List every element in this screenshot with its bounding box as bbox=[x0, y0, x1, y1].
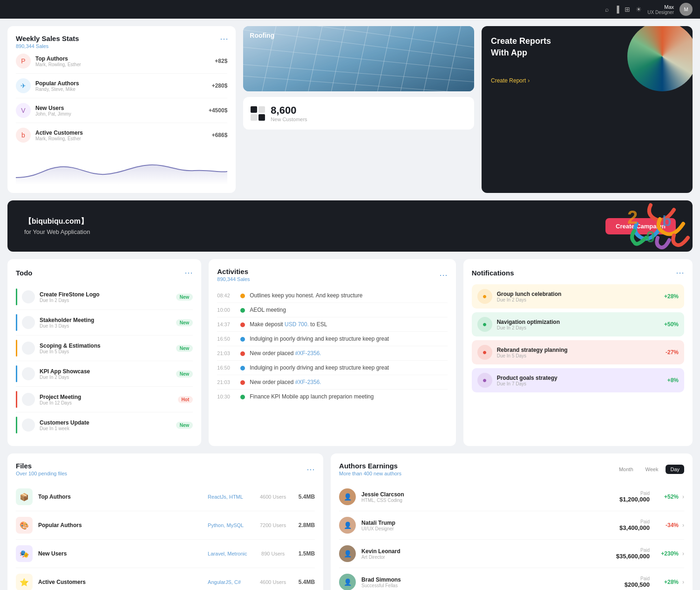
activity-link[interactable]: USD 700. bbox=[285, 321, 309, 328]
notifications-menu-dots[interactable]: ⋯ bbox=[676, 268, 684, 278]
todo-badge: New bbox=[176, 345, 193, 352]
stat-info: Top Authors Mark, Rowling, Esther bbox=[35, 55, 215, 67]
notification-info: Product goals strategy Due In 7 Days bbox=[497, 375, 667, 386]
stat-info: Active Customers Mark, Rowling, Esther bbox=[35, 130, 212, 141]
todo-title: Todo bbox=[16, 269, 33, 277]
author-earnings-col: Paid $1,200,000 bbox=[619, 491, 650, 503]
avatar[interactable]: M bbox=[680, 3, 693, 16]
notification-info: Rebrand strategy planning Due In 5 Days bbox=[497, 347, 666, 358]
todo-menu-dots[interactable]: ⋯ bbox=[184, 268, 193, 278]
stat-sub: Mark, Rowling, Esther bbox=[35, 62, 215, 67]
stat-value: +82$ bbox=[215, 58, 227, 64]
battery-icon: ▐ bbox=[614, 6, 619, 13]
svg-text:0: 0 bbox=[646, 227, 655, 246]
activity-time: 10:00 bbox=[217, 307, 236, 313]
activity-dot bbox=[240, 351, 245, 356]
notification-name: Rebrand strategy planning bbox=[497, 347, 666, 353]
activity-time: 21:03 bbox=[217, 350, 236, 356]
activity-text: New order placed #XF-2356. bbox=[250, 350, 447, 357]
todo-due: Due In 2 Days bbox=[40, 375, 176, 380]
files-menu-dots[interactable]: ⋯ bbox=[306, 464, 315, 474]
earnings-tab-day[interactable]: Day bbox=[666, 465, 684, 474]
notification-value: -27% bbox=[666, 349, 679, 356]
svg-text:b: b bbox=[662, 213, 672, 229]
activity-row: 10:00 AEOL meeting bbox=[217, 303, 447, 317]
stat-value: +4500$ bbox=[209, 107, 227, 114]
chevron-right-icon[interactable]: › bbox=[682, 522, 684, 528]
notification-icon: ● bbox=[477, 345, 492, 360]
activity-time: 08:42 bbox=[217, 293, 236, 298]
campaign-text: 【biqubiqu.com】 for Your Web Application bbox=[24, 217, 90, 235]
file-name: New Users bbox=[38, 550, 208, 557]
paid-label: Paid bbox=[619, 491, 650, 496]
earnings-tab-week[interactable]: Week bbox=[641, 465, 663, 474]
todo-info: Project Meeting Due In 12 Days bbox=[40, 394, 178, 405]
earnings-tab-month[interactable]: Month bbox=[614, 465, 638, 474]
files-subtitle: Over 100 pending files bbox=[16, 471, 67, 476]
activities-title: Activities bbox=[217, 268, 250, 275]
topbar: ⌕ ▐ ⊞ ☀ Max UX Designer M bbox=[0, 0, 700, 19]
file-name: Active Customers bbox=[38, 579, 208, 585]
todo-badge: Hot bbox=[178, 396, 193, 403]
notification-item: ● Navigation optimization Due In 2 Days … bbox=[472, 312, 684, 336]
author-info: Kevin Leonard Art Director bbox=[361, 548, 616, 560]
notification-due: Due In 2 Days bbox=[497, 325, 664, 330]
notification-icon: ● bbox=[477, 373, 492, 388]
activity-time: 14:37 bbox=[217, 322, 236, 327]
activity-text: Finance KPI Mobile app launch preparion … bbox=[250, 393, 447, 400]
sq4 bbox=[258, 114, 265, 121]
card-title: Weekly Sales Stats bbox=[16, 34, 227, 42]
file-row: ⭐ Active Customers AngularJS, C# 4600 Us… bbox=[16, 568, 315, 590]
campaign-title: 【biqubiqu.com】 bbox=[24, 217, 90, 226]
file-name: Top Authors bbox=[38, 494, 208, 500]
activity-link[interactable]: #XF-2356. bbox=[295, 350, 321, 357]
author-amount: $35,600,000 bbox=[616, 553, 650, 560]
chevron-right-icon[interactable]: › bbox=[682, 550, 684, 557]
notification-name: Navigation optimization bbox=[497, 319, 664, 325]
activities-menu-dots[interactable]: ⋯ bbox=[439, 270, 448, 280]
file-size: 5.4MB bbox=[292, 579, 315, 585]
todo-item: KPI App Showcase Due In 2 Days New bbox=[16, 361, 193, 387]
chevron-right-icon[interactable]: › bbox=[682, 579, 684, 585]
author-earnings-col: Paid $3,400,000 bbox=[619, 519, 650, 531]
author-avatar: 👤 bbox=[339, 488, 356, 505]
file-row: 📦 Top Authors ReactJs, HTML 4600 Users 5… bbox=[16, 483, 315, 511]
file-icon: 🎨 bbox=[16, 517, 33, 534]
search-icon[interactable]: ⌕ bbox=[605, 6, 609, 13]
notification-value: +8% bbox=[667, 377, 679, 384]
reports-card: Create ReportsWith App Create Report › bbox=[482, 26, 693, 193]
settings-icon[interactable]: ☀ bbox=[636, 6, 642, 13]
swirl-decoration: 2 0 b bbox=[544, 200, 693, 252]
author-amount: $1,200,000 bbox=[619, 496, 650, 503]
notifications-title: Notifications bbox=[472, 269, 514, 277]
apps-icon[interactable]: ⊞ bbox=[625, 6, 630, 13]
todo-due: Due In 2 Days bbox=[40, 298, 176, 303]
activity-link[interactable]: #XF-2356. bbox=[295, 379, 321, 385]
todo-badge: New bbox=[176, 319, 193, 326]
todo-info: Stakeholder Meeting Due In 3 Days bbox=[40, 317, 176, 329]
todo-name: Project Meeting bbox=[40, 394, 178, 400]
stat-row: ✈ Popular Authors Randy, Steve, Mike +28… bbox=[16, 74, 227, 98]
paid-label: Paid bbox=[616, 548, 650, 553]
stat-info: New Users John, Pat, Jimmy bbox=[35, 105, 209, 117]
file-tech: Python, MySQL bbox=[208, 522, 254, 528]
campaign-banner: 【biqubiqu.com】 for Your Web Application … bbox=[7, 200, 693, 252]
activity-dot bbox=[240, 308, 245, 313]
chevron-right-icon[interactable]: › bbox=[682, 494, 684, 500]
author-info: Brad Simmons Successful Fellas bbox=[361, 576, 625, 588]
card-menu-dots[interactable]: ⋯ bbox=[220, 34, 228, 44]
author-percent: +28% bbox=[655, 579, 679, 585]
earnings-row: 👤 Kevin Leonard Art Director Paid $35,60… bbox=[339, 540, 684, 568]
todo-badge: New bbox=[176, 422, 193, 429]
author-earnings-col: Paid $200,500 bbox=[625, 576, 650, 588]
file-size: 5.4MB bbox=[292, 494, 315, 500]
author-avatar: 👤 bbox=[339, 517, 356, 534]
customers-label: New Customers bbox=[271, 117, 307, 122]
notification-name: Product goals strategy bbox=[497, 375, 667, 381]
activity-text: New order placed #XF-2356. bbox=[250, 379, 447, 385]
stats-list: P Top Authors Mark, Rowling, Esther +82$… bbox=[16, 49, 227, 147]
stat-icon: V bbox=[16, 103, 31, 118]
notification-item: ● Group lunch celebration Due In 2 Days … bbox=[472, 284, 684, 309]
sq1 bbox=[251, 106, 257, 113]
author-info: Natali Trump UI/UX Designer bbox=[361, 520, 619, 531]
